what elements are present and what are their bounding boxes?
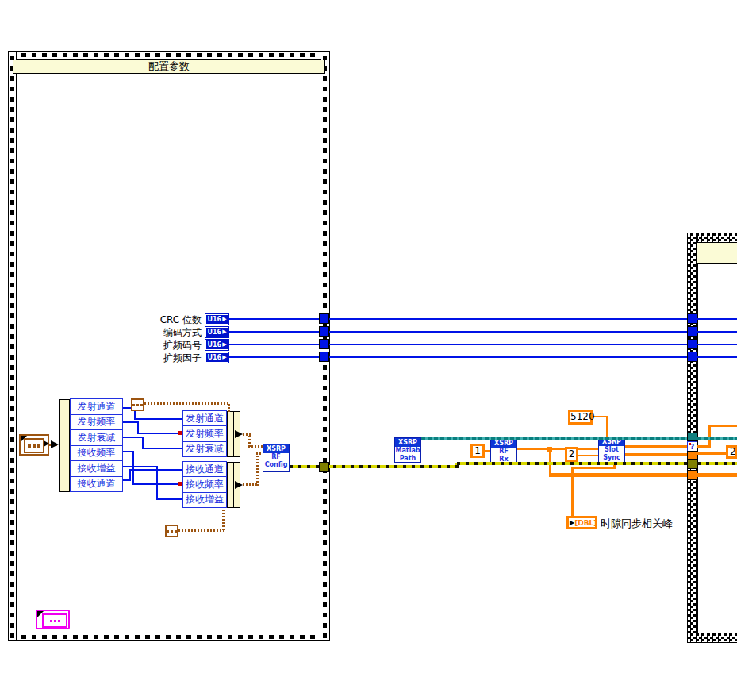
tunnel-blue[interactable] <box>687 352 697 362</box>
wire <box>578 455 598 456</box>
unbundle-field[interactable]: 接收增益 <box>70 460 123 477</box>
wire <box>485 450 490 452</box>
wire <box>248 445 263 448</box>
wire <box>137 433 182 434</box>
tunnel-blue[interactable] <box>319 313 329 324</box>
vi-header: XSRP <box>263 444 289 453</box>
tunnel-blue[interactable] <box>319 339 329 349</box>
bundle-rx-node[interactable]: 接收通道 接收频率 接收增益 <box>182 462 227 508</box>
wire <box>229 356 320 358</box>
terminal-arrow-icon: ▶ <box>222 342 226 348</box>
unbundle-field[interactable]: 发射频率 <box>70 414 123 431</box>
wire <box>178 529 224 532</box>
unbundle-field[interactable]: 发射衰减 <box>70 429 123 446</box>
right-structure-title <box>696 242 737 264</box>
bundle-field[interactable]: 发射通道 <box>182 410 227 426</box>
right-structure-border-bottom[interactable] <box>687 633 737 643</box>
wire <box>625 445 687 448</box>
coercion-dot <box>178 431 182 435</box>
wire <box>142 448 182 449</box>
tunnel-blue[interactable] <box>319 352 329 362</box>
bundle-field[interactable]: 接收通道 <box>182 461 227 477</box>
numeric-constant-partial[interactable]: 2 <box>726 445 737 459</box>
tunnel-orange[interactable] <box>687 470 697 480</box>
tunnel-orange[interactable] <box>687 451 697 460</box>
labview-block-diagram: 配置参数 CRC 位数 编码方式 扩频码号 扩频因子 U16▶ U16▶ U16… <box>0 0 737 700</box>
terminal-arrow-icon: ▶ <box>222 329 226 335</box>
param-label-spread-code: 扩频码号 <box>133 339 202 352</box>
u16-type-text: U16 <box>207 316 221 323</box>
vi-node-rf-config[interactable]: XSRP RF Config <box>263 444 290 472</box>
wire <box>625 453 687 456</box>
tunnel-blue[interactable] <box>319 326 329 337</box>
sequence-frame-border-bottom[interactable] <box>8 633 330 641</box>
wire <box>256 454 259 486</box>
param-label-spread-factor: 扩频因子 <box>133 352 202 365</box>
u16-terminal-coding[interactable]: U16▶ <box>205 326 229 338</box>
dbl-indicator-terminal[interactable]: ▶ [DBL] <box>566 516 597 529</box>
numeric-constant-2[interactable]: 2 <box>565 447 578 462</box>
u16-terminal-spread-factor[interactable]: U16▶ <box>205 352 229 363</box>
bundle-tx-node[interactable]: 发射通道 发射频率 发射衰减 <box>182 411 227 457</box>
u16-terminal-crc-bits[interactable]: U16▶ <box>205 313 229 325</box>
wire <box>571 467 574 516</box>
bundle-field[interactable]: 接收增益 <box>182 492 227 508</box>
wire <box>697 452 726 455</box>
unbundle-field[interactable]: 接收频率 <box>70 445 123 462</box>
cluster-control-terminal[interactable] <box>19 434 49 456</box>
wire <box>129 470 131 481</box>
cluster-glyph-icon <box>24 438 44 453</box>
vi-name-line: Config <box>263 461 289 469</box>
output-arrow-icon <box>44 440 49 447</box>
vi-node-rf-rx[interactable]: XSRP RF Rx <box>490 438 517 463</box>
tunnel-blue[interactable] <box>687 339 697 349</box>
tunnel-blue[interactable] <box>687 326 697 337</box>
unbundle-node[interactable]: 发射通道 发射频率 发射衰减 接收频率 接收增益 接收通道 <box>70 399 123 492</box>
unbundle-field[interactable]: 发射通道 <box>70 398 123 415</box>
u16-type-text: U16 <box>207 329 221 336</box>
cluster-constant[interactable] <box>131 398 144 411</box>
tunnel-error[interactable] <box>319 462 329 472</box>
vi-name-line: Path <box>395 455 420 463</box>
bundle-field[interactable]: 发射衰减 <box>182 441 227 457</box>
numeric-constant-1[interactable]: 1 <box>470 444 485 458</box>
bundle-field[interactable]: 发射频率 <box>182 425 227 441</box>
sequence-frame-title: 配置参数 <box>13 60 325 74</box>
unbundle-field[interactable]: 接收通道 <box>70 476 123 493</box>
u16-terminal-spread-code[interactable]: U16▶ <box>205 339 229 351</box>
wire-error <box>290 465 457 468</box>
wire <box>123 437 144 438</box>
wire-error <box>697 462 737 465</box>
terminal-arrow-icon: ▶ <box>222 355 226 360</box>
bundle-field[interactable]: 接收频率 <box>182 476 227 492</box>
tunnel-error[interactable] <box>687 460 697 469</box>
vi-name-line: Sync <box>599 454 624 462</box>
wire <box>229 318 320 320</box>
vi-name-line: RF <box>491 448 516 456</box>
tunnel-string[interactable] <box>687 433 697 441</box>
sequence-frame-border-top[interactable] <box>8 51 330 60</box>
wire <box>697 356 737 358</box>
vi-name-line: Matlab <box>395 447 420 455</box>
cluster-constant[interactable] <box>165 525 178 537</box>
unbundle-input-arrow-icon <box>51 440 59 448</box>
param-label-crc-bits: CRC 位数 <box>133 313 202 327</box>
unbundle-node-strip[interactable] <box>59 399 70 492</box>
coercion-dot <box>178 482 182 486</box>
wire <box>144 402 229 405</box>
sequence-frame-border-left[interactable] <box>8 51 17 641</box>
typedef-cluster-constant[interactable] <box>36 610 70 629</box>
terminal-arrow-icon: ▶ <box>222 317 226 322</box>
vi-node-slot-sync[interactable]: XSRP Slot Sync <box>598 437 625 464</box>
vi-node-matlab-path[interactable]: XSRP Matlab Path <box>394 437 421 463</box>
vi-name-line: Slot <box>599 446 624 454</box>
typedef-glyph-icon <box>42 613 67 628</box>
u16-type-text: U16 <box>207 354 221 361</box>
tunnel-blue[interactable] <box>687 313 697 324</box>
wire <box>329 344 687 345</box>
numeric-constant-5120[interactable]: 5120 <box>568 410 593 425</box>
wire <box>329 318 687 320</box>
wire <box>222 508 225 530</box>
wire <box>329 356 687 358</box>
wire-error <box>457 462 687 465</box>
